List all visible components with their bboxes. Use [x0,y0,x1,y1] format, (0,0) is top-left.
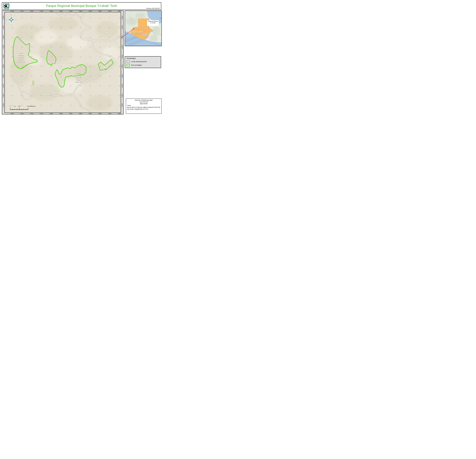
x-axis-tick-top [80,12,81,12]
x-axis-tick-top [71,12,71,12]
source-line-2: Base de datos cartografía básica IGN 201… [127,108,160,110]
y-axis-label-right: 1729000 [122,103,123,108]
inset-depth-label: 721 [125,38,127,39]
park-label-line: Regional [76,75,81,76]
x-axis-tick-bottom [80,113,81,113]
park-label-line: Tz'ahab' Tonh [75,81,82,83]
y-axis-tick-right [121,37,121,37]
inset-map-svg: Guatemala Guatemala San Salvador Ho Gu H… [125,11,162,46]
x-axis-tick-bottom [12,113,12,113]
scale-unit-label: Kilómetros [30,105,36,107]
y-axis-label-left: 1729000 [3,103,4,108]
park-label-line: Regional [18,55,24,56]
vegetation-patch [32,80,34,85]
y-axis-label-left: 1729200 [3,93,4,98]
y-axis-tick-right [121,57,121,57]
legend-title: Simbología [127,57,159,59]
y-axis-tick-left [4,27,5,28]
san-salvador-marker [149,41,149,42]
inset-sea-label-2: Hond [158,22,161,23]
park-label-line: Bosque [76,79,81,81]
y-axis-label-left: 1729400 [3,84,4,88]
park-location-dot [133,28,134,29]
y-axis-tick-left [4,66,5,67]
disputed-territory-callout: Diferendo territorial no resuelto [147,20,159,26]
compass-o-label: O [6,19,7,20]
guatemala-city-marker [140,35,141,36]
compass-s-label: S [11,24,12,25]
park-label-line: Parque [19,52,23,54]
park-label-line: Bosque [19,59,23,60]
legend-item-label: Límite Departamental [131,61,147,63]
x-axis-tick-bottom [32,113,32,113]
datum-line: Datum WGS84 [127,103,160,105]
y-axis-tick-right [121,66,121,67]
y-axis-label-right: 1729800 [122,64,123,68]
y-axis-label-right: 1730200 [122,45,123,49]
location-inset-map: Guatemala Guatemala San Salvador Ho Gu H… [125,11,162,46]
y-axis-label-left: 1729800 [3,64,4,68]
x-axis-tick-top [22,12,22,12]
source-line-1: Base de datos de la Dirección Análisis G… [127,106,160,108]
department-label: HUEHUETENANGO [49,62,75,64]
main-map: N S E O HUEHUETENANGO Parque Regional Mu… [5,12,121,113]
x-axis-tick-top [100,12,100,12]
y-axis-tick-right [121,47,121,47]
legend: Simbología Límite DepartamentalÁrea prot… [125,56,161,68]
y-axis-tick-right [121,27,121,28]
legend-row: Límite Departamental [127,60,159,63]
y-axis-tick-right [121,76,121,76]
scale-tick-label: 0.19 [18,105,20,107]
page-title: Parque Regional Municipal Bosque Tz'ahab… [2,4,161,8]
park-label-line: Municipal [18,57,24,58]
scale-tick-label: 0.38 [27,105,29,107]
compass-n-label: N [11,14,12,16]
x-axis-tick-bottom [22,113,22,113]
y-axis-label-right: 1730800 [122,16,123,20]
park-label-line: Parque [76,73,81,74]
legend-swatch [127,60,130,63]
compass-e-label: E [16,19,16,20]
inset-country-label: Guatemala [133,31,144,32]
y-axis-label-left: 1730000 [3,55,4,59]
scale-tick-label: 0 [10,105,10,107]
y-axis-label-left: 1729600 [3,74,4,78]
y-axis-tick-left [4,76,5,76]
conap-logo-text: CONAP [3,8,9,9]
y-axis-tick-left [4,47,5,47]
inset-city-label: Guatemala [142,34,148,35]
legend-item-label: Área protegida [131,64,142,66]
x-axis-tick-bottom [61,113,61,113]
y-axis-label-right: 1729400 [122,84,123,88]
y-axis-label-right: 1729200 [122,93,123,98]
crs-line: Sistema de coordenadas proyectadas [127,99,160,101]
x-axis-tick-top [12,12,12,12]
x-axis-tick-bottom [100,113,100,113]
x-axis-tick-top [90,12,90,12]
x-axis-tick-bottom [71,113,71,113]
credits-box: Sistema de coordenadas proyectadas Proye… [126,99,162,114]
y-axis-tick-left [4,57,5,57]
source-label: Fuente: [127,105,160,106]
inset-sea-label-1: Gu [160,17,161,19]
y-axis-label-left: 1730200 [3,45,4,49]
y-axis-label-right: 1729600 [122,74,123,78]
inset-san-salvador-label: San Salvador [150,39,157,41]
park-label-line: Municipal [76,77,81,78]
scale-tick-label: 0.1 [14,105,16,107]
y-axis-label-right: 1730000 [122,55,123,59]
x-axis-tick-top [61,12,61,12]
y-axis-label-left: 1730600 [3,25,4,30]
document-code: DAGeos-256-2026-BS [146,8,160,9]
projection-line: Proyección GTM [127,101,160,103]
x-axis-tick-bottom [90,113,90,113]
y-axis-label-left: 1730400 [3,35,4,39]
park-label-line: Tz'ahab' Tonh [17,61,25,63]
y-axis-label-left: 1730800 [3,16,4,20]
legend-rows: Límite DepartamentalÁrea protegida [127,60,159,67]
inset-honduras-label: Ho [159,34,162,35]
x-axis-tick-top [32,12,32,12]
header: CONAP Parque Regional Municipal Bosque T… [2,2,161,10]
map-sheet-page: CONAP Parque Regional Municipal Bosque T… [0,0,162,115]
legend-row: Área protegida [127,64,159,67]
